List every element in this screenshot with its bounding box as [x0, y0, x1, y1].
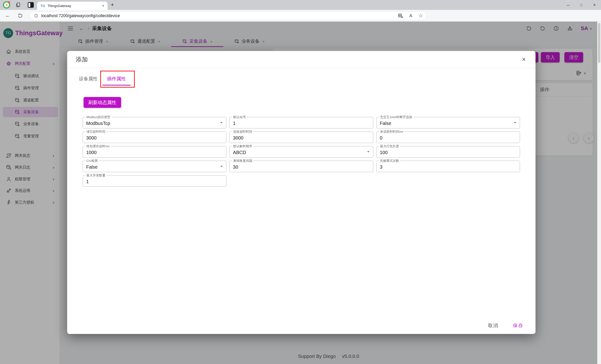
tab-close-icon[interactable]: × — [101, 4, 105, 8]
browser-profile-icon[interactable] — [3, 1, 10, 9]
field-label: 离线恢复间隔 — [232, 159, 253, 163]
field-modbus-protocol: Modbus协议类型 — [83, 117, 226, 129]
reload-icon[interactable] — [17, 13, 23, 19]
field-fail-retry-count: 失败重试次数 — [376, 161, 520, 172]
notification-dot — [8, 1, 10, 3]
read-aloud-icon[interactable]: A — [410, 13, 412, 18]
dialog-header: 添加 × — [67, 51, 535, 68]
tab-title: ThingsGateway — [47, 4, 101, 8]
default-station-input[interactable] — [230, 117, 373, 128]
field-label: Crc检测 — [85, 159, 99, 163]
sidebar-toggle-icon[interactable] — [28, 2, 34, 8]
app-page: TG ThingsGateway 系统首页 网关配置 ∧ 驱动调试 插件管理 — [0, 22, 601, 364]
field-default-station: 默认站号 — [229, 117, 373, 129]
url-text[interactable]: localhost:7200/gatewayconfig/collectdevi… — [41, 13, 120, 18]
screen: TG ThingsGateway × + – □ × ← localhost:7… — [0, 0, 601, 364]
minimize-button[interactable]: – — [561, 0, 575, 10]
field-max-pack-length: 最大打包长度 — [376, 146, 520, 158]
dropdown-caret-icon — [514, 122, 516, 124]
page-scrollbar[interactable] — [597, 22, 601, 364]
field-parse-order: 默认解析顺序 — [229, 146, 373, 158]
address-bar-actions: A ☆ — [398, 13, 423, 19]
field-label: 无交互2min时断开连接 — [379, 115, 413, 119]
profile-core — [6, 4, 8, 6]
dialog-title: 添加 — [76, 55, 88, 64]
field-label: Modbus协议类型 — [85, 115, 111, 119]
field-label: 连接超时时间 — [232, 130, 253, 134]
tab-device-properties[interactable]: 设备属性 — [74, 72, 102, 85]
sidebar-toggle-bar — [28, 3, 30, 7]
dialog-tab-label: 设备属性 — [79, 76, 98, 82]
field-max-concurrency: 最大并发数量 — [83, 175, 226, 187]
site-info-icon[interactable] — [34, 13, 39, 18]
plugin-properties-form: Modbus协议类型 默认站号 无交互2min时断开连接 读写超时时间 — [83, 117, 520, 187]
dialog-tabs: 设备属性 插件属性 — [74, 72, 535, 85]
field-label: 默认站号 — [232, 115, 247, 119]
crc-check-select[interactable] — [83, 161, 226, 172]
dropdown-caret-icon — [220, 166, 222, 168]
field-label: 默认解析顺序 — [232, 144, 253, 148]
new-tab-button[interactable]: + — [111, 1, 114, 8]
browser-toolbar: ← localhost:7200/gatewayconfig/collectde… — [0, 10, 601, 22]
tab-favicon: TG — [40, 4, 45, 8]
dropdown-caret-icon — [220, 122, 222, 124]
field-crc-check: Crc检测 — [83, 161, 226, 172]
split-new-tab-icon[interactable] — [398, 13, 403, 19]
dialog-footer: 取消 保存 — [67, 317, 535, 334]
address-bar[interactable]: localhost:7200/gatewayconfig/collectdevi… — [30, 11, 427, 20]
field-offline-recover-interval: 离线恢复间隔 — [229, 161, 373, 172]
dialog-close-icon[interactable]: × — [522, 56, 526, 63]
window-controls: – □ × — [561, 0, 601, 10]
field-label: 失败重试次数 — [379, 159, 400, 163]
refresh-dynamic-props-button[interactable]: 刷新动态属性 — [84, 97, 121, 108]
workspaces-icon[interactable] — [15, 2, 21, 8]
annotation-red-box — [100, 71, 135, 88]
field-label: 读写超时时间 — [85, 130, 107, 134]
scrollbar-thumb[interactable] — [598, 23, 600, 63]
field-pack-cache-timeout: 组包缓存超时ms — [83, 146, 226, 158]
back-icon[interactable]: ← — [5, 12, 10, 19]
field-label: 最大打包长度 — [379, 144, 400, 148]
browser-tab[interactable]: TG ThingsGateway × — [37, 2, 108, 10]
field-label: 最大并发数量 — [85, 173, 107, 178]
field-connect-timeout: 连接超时时间 — [229, 131, 373, 143]
tab-plugin-properties[interactable]: 插件属性 — [102, 72, 130, 85]
cancel-button[interactable]: 取消 — [487, 322, 500, 329]
field-disconnect-idle: 无交互2min时断开连接 — [376, 117, 520, 129]
field-label: 组包缓存超时ms — [85, 144, 111, 148]
browser-tab-strip: TG ThingsGateway × + – □ × — [0, 0, 601, 10]
dropdown-caret-icon — [367, 151, 370, 154]
field-rw-timeout: 读写超时时间 — [83, 131, 226, 143]
maximize-button[interactable]: □ — [575, 0, 588, 10]
add-device-dialog: 添加 × 设备属性 插件属性 刷新动态属性 Modbus协议类型 — [67, 51, 535, 334]
favorite-star-icon[interactable]: ☆ — [418, 13, 423, 19]
field-label: 发送延时时间ms — [379, 130, 404, 134]
window-close-button[interactable]: × — [588, 0, 601, 10]
save-button[interactable]: 保存 — [511, 322, 525, 329]
field-send-delay: 发送延时时间ms — [376, 131, 520, 143]
